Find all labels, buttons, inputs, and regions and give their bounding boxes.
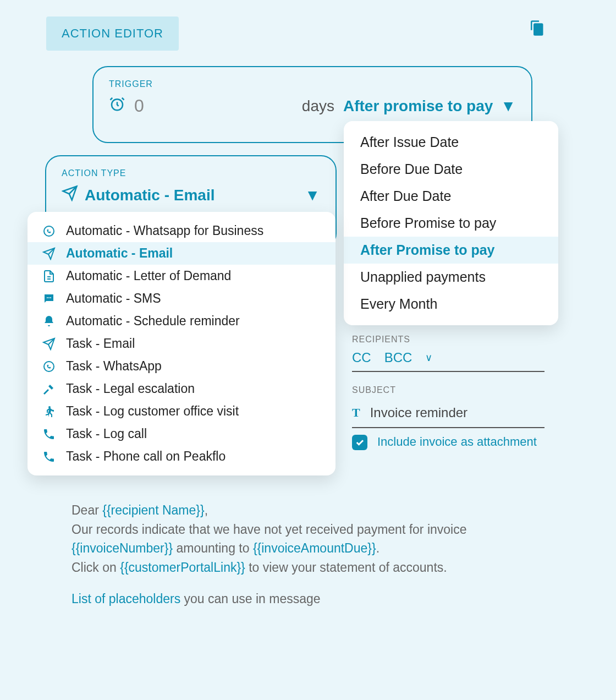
action-option-label: Automatic - Email [66, 246, 173, 261]
svg-point-3 [48, 297, 50, 298]
gavel-icon [42, 382, 56, 396]
trigger-option[interactable]: Unapplied payments [344, 264, 558, 291]
action-option-label: Automatic - Schedule reminder [66, 314, 240, 329]
subject-label: SUBJECT [352, 385, 544, 395]
alarm-icon [109, 96, 125, 116]
trigger-reference-select[interactable]: After promise to pay ▼ [343, 97, 516, 115]
send-icon [42, 337, 56, 351]
action-option-label: Automatic - SMS [66, 291, 161, 306]
chevron-down-icon: ▼ [501, 97, 516, 115]
svg-point-2 [47, 297, 48, 298]
action-option-label: Task - Phone call on Peakflo [66, 449, 226, 464]
action-option[interactable]: Task - Legal escalation [28, 378, 336, 400]
sms-icon [42, 292, 56, 305]
action-option[interactable]: Automatic - Letter of Demand [28, 265, 336, 287]
trigger-reference-value: After promise to pay [343, 97, 493, 115]
trigger-days-input[interactable]: 0 [134, 96, 144, 116]
placeholders-link[interactable]: List of placeholders [72, 592, 180, 606]
recipients-block: RECIPIENTS CC BCC ∨ [352, 335, 544, 372]
page-title: ACTION EDITOR [46, 17, 179, 51]
trigger-option[interactable]: After Promise to pay [344, 237, 558, 264]
phone-icon [42, 428, 56, 441]
placeholders-help: List of placeholders you can use in mess… [72, 592, 321, 606]
placeholder-invoice-amount: {{invoiceAmountDue}} [253, 541, 376, 555]
include-attachment-label: Include invoice as attachment [377, 435, 537, 449]
action-option-label: Task - Email [66, 336, 135, 351]
trigger-days-label: days [302, 97, 334, 115]
placeholder-recipient-name: {{recipient Name}} [102, 503, 204, 517]
action-option[interactable]: Automatic - SMS [28, 287, 336, 310]
svg-point-1 [44, 226, 54, 236]
placeholder-portal-link: {{customerPortalLink}} [120, 560, 245, 575]
trigger-option[interactable]: After Issue Date [344, 129, 558, 156]
whatsapp-icon [42, 225, 56, 238]
cc-button[interactable]: CC [352, 350, 371, 365]
message-body[interactable]: Dear {{recipient Name}}, Our records ind… [72, 501, 539, 577]
action-option[interactable]: Task - Log call [28, 423, 336, 445]
chevron-down-icon: ▼ [305, 187, 320, 204]
phone-icon [42, 450, 56, 463]
action-option[interactable]: Task - Log customer office visit [28, 400, 336, 423]
trigger-dropdown: After Issue DateBefore Due DateAfter Due… [344, 121, 558, 325]
trigger-option[interactable]: After Due Date [344, 183, 558, 210]
text-icon: T [352, 406, 360, 420]
chevron-down-icon[interactable]: ∨ [425, 352, 432, 364]
action-type-select[interactable]: Automatic - Email ▼ [62, 185, 320, 205]
action-option[interactable]: Task - Email [28, 332, 336, 355]
subject-input[interactable]: Invoice reminder [370, 405, 468, 420]
action-option[interactable]: Task - Phone call on Peakflo [28, 445, 336, 468]
send-icon [42, 247, 56, 260]
placeholder-invoice-number: {{invoiceNumber}} [72, 541, 173, 555]
copy-icon[interactable] [528, 20, 544, 39]
trigger-label: TRIGGER [109, 79, 516, 89]
action-option[interactable]: Automatic - Email [28, 242, 336, 265]
svg-point-4 [50, 297, 51, 298]
action-option-label: Task - Log customer office visit [66, 404, 239, 419]
walk-icon [42, 405, 56, 418]
include-attachment-row: Include invoice as attachment [352, 435, 544, 450]
action-option-label: Automatic - Whatsapp for Business [66, 223, 263, 238]
bell-icon [42, 315, 56, 328]
action-option-label: Task - Legal escalation [66, 381, 195, 396]
send-icon [62, 185, 78, 205]
whatsapp-icon [42, 360, 56, 373]
bcc-button[interactable]: BCC [384, 350, 413, 365]
subject-block: SUBJECT T Invoice reminder [352, 385, 544, 428]
action-option[interactable]: Automatic - Whatsapp for Business [28, 220, 336, 242]
action-type-label: ACTION TYPE [62, 168, 320, 178]
action-type-value: Automatic - Email [85, 187, 215, 204]
recipients-label: RECIPIENTS [352, 335, 544, 344]
trigger-option[interactable]: Every Month [344, 291, 558, 318]
action-dropdown: Automatic - Whatsapp for BusinessAutomat… [28, 212, 336, 475]
action-option[interactable]: Task - WhatsApp [28, 355, 336, 378]
document-icon [42, 270, 56, 283]
trigger-option[interactable]: Before Due Date [344, 156, 558, 183]
action-option-label: Automatic - Letter of Demand [66, 269, 231, 283]
trigger-option[interactable]: Before Promise to pay [344, 210, 558, 237]
include-attachment-checkbox[interactable] [352, 435, 367, 450]
action-option-label: Task - Log call [66, 426, 147, 441]
action-option[interactable]: Automatic - Schedule reminder [28, 310, 336, 332]
svg-point-5 [44, 362, 54, 371]
action-option-label: Task - WhatsApp [66, 359, 162, 374]
